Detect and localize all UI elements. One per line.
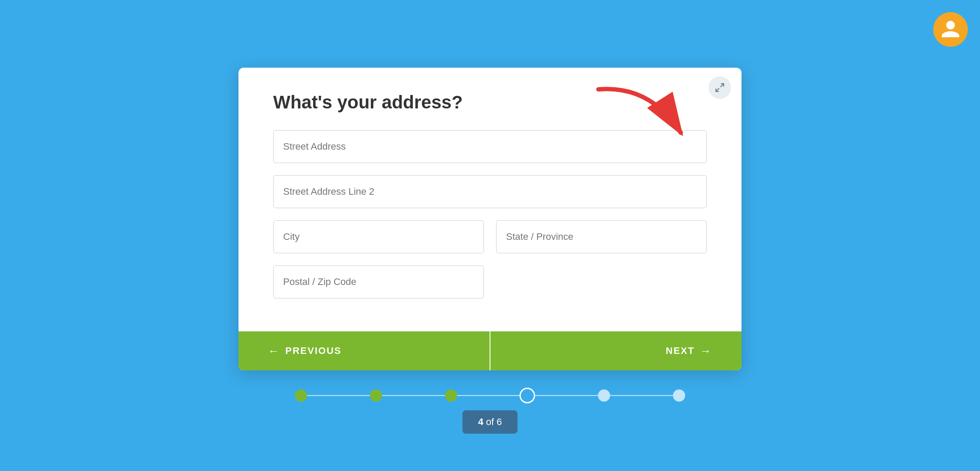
street-address-input[interactable] xyxy=(273,130,707,163)
page-title: What's your address? xyxy=(273,92,707,113)
progress-container: 4 of 6 xyxy=(238,388,742,403)
city-state-row xyxy=(273,220,707,253)
next-button[interactable]: NEXT → xyxy=(490,331,742,370)
user-icon xyxy=(940,19,961,40)
postal-code-group xyxy=(273,265,707,298)
progress-dot-4 xyxy=(519,388,535,403)
modal-body: What's your address? xyxy=(238,68,742,331)
right-arrow-icon: → xyxy=(700,344,712,358)
progress-dot-5 xyxy=(598,389,610,402)
progress-dot-1 xyxy=(295,389,307,402)
progress-dot-2 xyxy=(370,389,382,402)
progress-line-3 xyxy=(457,395,520,396)
expand-icon xyxy=(715,82,725,93)
previous-label: PREVIOUS xyxy=(285,345,342,357)
previous-button[interactable]: ← PREVIOUS xyxy=(238,331,490,370)
svg-line-1 xyxy=(721,84,724,87)
progress-line-4 xyxy=(535,395,598,396)
street-address-line2-group xyxy=(273,175,707,208)
progress-dot-3 xyxy=(445,389,457,402)
address-modal: What's your address? ← PREVIOUS xyxy=(238,68,742,370)
total-pages: of 6 xyxy=(486,416,502,427)
progress-dots xyxy=(295,388,685,403)
progress-dot-6 xyxy=(673,389,685,402)
street-address-group xyxy=(273,130,707,163)
state-province-input[interactable] xyxy=(496,220,707,253)
postal-zip-code-input[interactable] xyxy=(273,265,484,298)
svg-line-2 xyxy=(716,88,719,92)
current-page: 4 xyxy=(478,416,483,427)
modal-footer: ← PREVIOUS NEXT → xyxy=(238,331,742,370)
street-address-line2-input[interactable] xyxy=(273,175,707,208)
modal-wrapper: What's your address? ← PREVIOUS xyxy=(238,68,742,403)
expand-button[interactable] xyxy=(709,76,731,99)
city-input[interactable] xyxy=(273,220,484,253)
progress-line-1 xyxy=(307,395,370,396)
progress-line-5 xyxy=(610,395,673,396)
avatar[interactable] xyxy=(933,12,968,47)
progress-line-2 xyxy=(382,395,445,396)
page-indicator: 4 of 6 xyxy=(462,410,517,434)
next-label: NEXT xyxy=(666,345,695,357)
left-arrow-icon: ← xyxy=(268,344,280,358)
